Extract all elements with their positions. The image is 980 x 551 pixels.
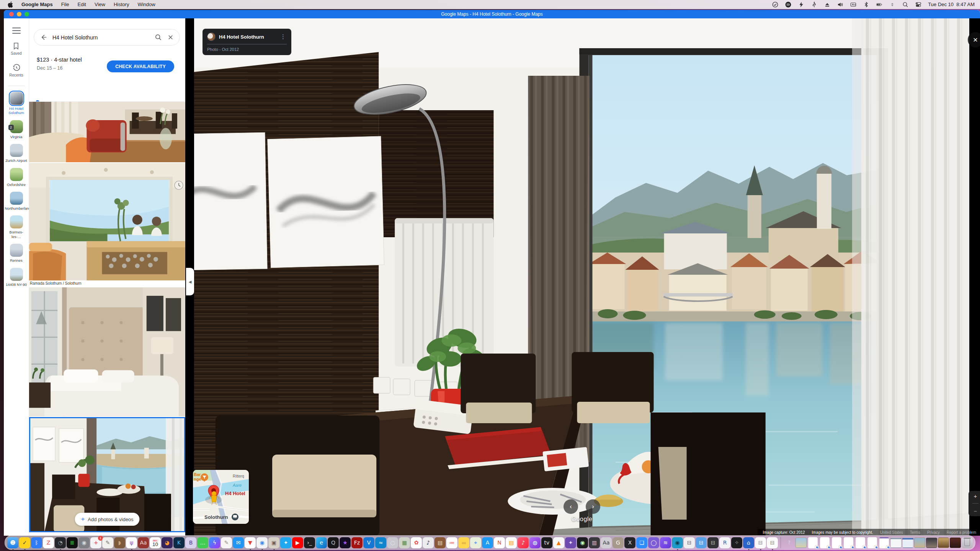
dock-v-transfer[interactable]: V <box>363 537 374 548</box>
dock-openoffice[interactable]: ≈ <box>375 537 386 548</box>
dock-people-photo-window[interactable] <box>926 538 937 548</box>
search-icon[interactable] <box>154 34 162 41</box>
dock-contacts[interactable]: ▤ <box>434 537 446 548</box>
password-manager-icon[interactable] <box>785 2 791 8</box>
region-link[interactable]: United States <box>880 530 903 535</box>
photo-thumb-lounge[interactable] <box>29 102 185 162</box>
dock-fingerprint-settings[interactable]: ◉ <box>78 537 90 548</box>
zoom-in-button[interactable]: + <box>974 493 977 499</box>
dock-r-project[interactable]: R <box>719 537 730 548</box>
dock-chrome-document[interactable] <box>867 537 877 548</box>
dock-calendar[interactable]: DEC10 <box>150 537 161 548</box>
dock-printer-two[interactable]: ⊟ <box>767 537 778 548</box>
dock-garageband-piano[interactable]: ♪ <box>423 537 434 548</box>
main-menu-button[interactable] <box>12 28 21 34</box>
volume-icon[interactable] <box>837 2 843 8</box>
search-input[interactable] <box>52 34 150 41</box>
clear-search-icon[interactable] <box>167 34 174 41</box>
dock-font-book[interactable]: Aa <box>601 537 612 548</box>
dock-photo-document[interactable] <box>795 538 807 548</box>
photo-tab[interactable] <box>44 96 56 101</box>
photo-tab[interactable] <box>31 96 44 101</box>
dock-reminders[interactable]: ≔ <box>446 537 457 548</box>
eject-icon[interactable] <box>824 2 830 8</box>
recent-place-chip[interactable]: Northumberland… <box>4 192 29 210</box>
dock-mail[interactable]: ✉ <box>233 537 244 548</box>
bluetooth-icon[interactable] <box>863 2 869 8</box>
report-problem-link[interactable]: Report a problem <box>947 530 976 535</box>
dock-usb-prober[interactable]: ψ <box>126 537 137 548</box>
dock-photos[interactable]: ✿ <box>411 537 422 548</box>
dock-bluetooth-exchange[interactable]: ᛒ <box>31 537 42 548</box>
dock-dark-photo-app[interactable]: ✧ <box>731 537 742 548</box>
dock-vinyl-disc[interactable]: ◉ <box>577 537 588 548</box>
terms-link[interactable]: Terms <box>910 530 920 535</box>
dock-music[interactable]: ♪ <box>518 537 529 548</box>
dock-finder[interactable]: ☻ <box>7 537 18 548</box>
menu-app-name[interactable]: Google Maps <box>21 2 53 7</box>
recent-place-chip[interactable]: 14408 NY-90 <box>4 268 29 287</box>
dock-stickies[interactable]: ▬ <box>458 537 469 548</box>
dock-gimp[interactable]: G <box>612 537 624 548</box>
back-arrow-icon[interactable] <box>39 34 47 41</box>
dock-messenger[interactable]: ϟ <box>209 537 220 548</box>
dock-chrome-document[interactable] <box>856 537 865 548</box>
dock-browser-window[interactable] <box>902 538 913 548</box>
apple-logo-icon[interactable] <box>8 2 13 8</box>
dock-chrome-document[interactable] <box>832 537 841 548</box>
dock-xquartz[interactable]: X <box>624 537 635 548</box>
menu-bar-clock[interactable]: Tue Dec 10 8:47 AM <box>928 2 975 7</box>
dock-dictionary[interactable]: Aa <box>138 537 149 548</box>
next-photo-button[interactable]: › <box>586 499 600 514</box>
dock-app-store[interactable]: A <box>482 537 493 548</box>
menu-window[interactable]: Window <box>137 2 155 7</box>
dock-audio-levels[interactable]: ≣ <box>67 537 78 548</box>
dock-filezilla[interactable]: Fz <box>351 537 363 548</box>
dock-google-maps[interactable]: ▼ <box>245 537 256 548</box>
dock-obs-circle[interactable]: ◯ <box>648 537 659 548</box>
dock-archive-utility[interactable]: ▣ <box>268 537 279 548</box>
spotlight-search-icon[interactable] <box>902 2 908 8</box>
dock-handbrake[interactable]: ▦ <box>399 537 410 548</box>
mini-map[interactable]: Bar nge Ritterq Aare H4 Hotel <box>193 470 249 524</box>
dock-list-window[interactable] <box>890 538 902 548</box>
dock-wine-photo-window[interactable] <box>950 538 961 548</box>
recent-place-chip[interactable]: Rennes <box>4 244 29 262</box>
dock-zoom-meet[interactable]: ❏ <box>636 537 647 548</box>
dock-frames-photo-window[interactable] <box>938 538 949 548</box>
dock-podcasts[interactable]: ◍ <box>529 537 541 548</box>
wifi-off-icon[interactable] <box>889 2 895 8</box>
photo-tab[interactable] <box>56 96 68 101</box>
add-photos-button[interactable]: + Add photos & videos <box>75 513 139 526</box>
dock-purple-tools[interactable]: ✦ <box>565 537 576 548</box>
dock-apple-tv[interactable]: tv <box>541 537 552 548</box>
dock-apple-maps[interactable]: ⌖ <box>470 537 481 548</box>
photo-tab[interactable] <box>68 96 80 101</box>
dock-speedtest-gauge[interactable]: ◔ <box>55 537 66 548</box>
dock-messages[interactable]: … <box>197 537 208 548</box>
dock-books[interactable]: ▤ <box>506 537 517 548</box>
dock-beach-photo-window[interactable] <box>914 538 925 548</box>
dock-chrome[interactable]: ◉ <box>256 537 268 548</box>
dock-zinio[interactable]: Z <box>43 537 54 548</box>
checkmark-circle-icon[interactable] <box>772 2 778 8</box>
photo-tab[interactable] <box>80 96 93 101</box>
sidebar-item-recents[interactable]: Recents <box>9 64 23 77</box>
window-titlebar[interactable]: Google Maps - H4 Hotel Solothurn - Googl… <box>4 10 980 18</box>
input-source-icon[interactable] <box>850 2 856 8</box>
photo-thumb-bedroom[interactable] <box>29 287 185 416</box>
dock-notes-pencil[interactable]: ✎ <box>221 537 232 548</box>
dock-news[interactable]: N <box>494 537 505 548</box>
previous-photo-button[interactable]: ‹ <box>564 499 578 514</box>
dock-chrome-document[interactable] <box>844 537 853 548</box>
dock-chrome-document[interactable] <box>820 537 830 548</box>
recent-place-chip[interactable]: 2 Virginia <box>4 120 29 139</box>
search-box[interactable] <box>34 29 180 46</box>
close-photo-button[interactable]: ✕ <box>968 32 980 47</box>
dock-printer-utility[interactable]: ⊟ <box>684 537 695 548</box>
dock-youtube[interactable]: ▶ <box>292 537 303 548</box>
dock-home[interactable]: ⌂ <box>743 537 754 548</box>
control-center-icon[interactable] <box>915 2 921 8</box>
dock-trash[interactable] <box>962 537 973 548</box>
menu-history[interactable]: History <box>114 2 129 7</box>
